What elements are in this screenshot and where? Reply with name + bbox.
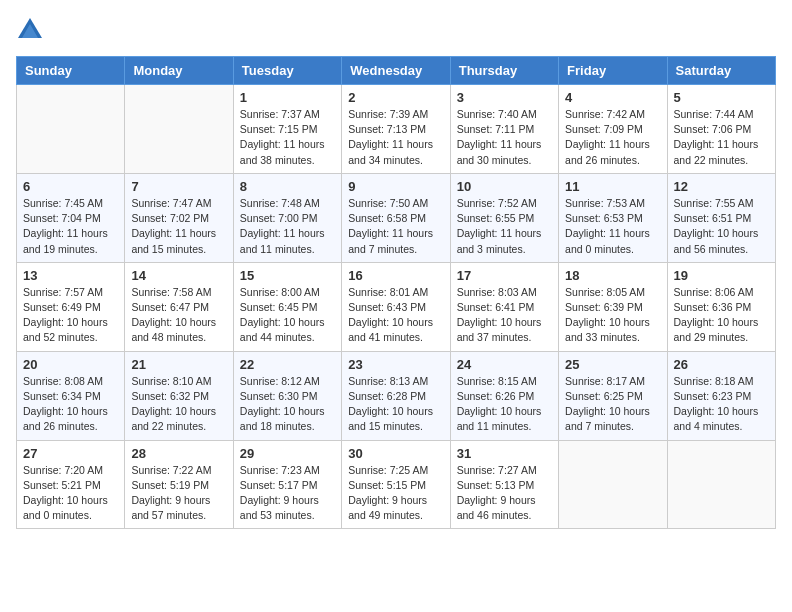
day-number: 18 xyxy=(565,268,660,283)
day-info: Sunrise: 7:42 AM Sunset: 7:09 PM Dayligh… xyxy=(565,107,660,168)
day-info: Sunrise: 7:50 AM Sunset: 6:58 PM Dayligh… xyxy=(348,196,443,257)
day-number: 19 xyxy=(674,268,769,283)
calendar-cell: 16Sunrise: 8:01 AM Sunset: 6:43 PM Dayli… xyxy=(342,262,450,351)
day-info: Sunrise: 8:10 AM Sunset: 6:32 PM Dayligh… xyxy=(131,374,226,435)
day-info: Sunrise: 8:12 AM Sunset: 6:30 PM Dayligh… xyxy=(240,374,335,435)
day-number: 7 xyxy=(131,179,226,194)
calendar-cell xyxy=(559,440,667,529)
day-number: 13 xyxy=(23,268,118,283)
col-header-tuesday: Tuesday xyxy=(233,57,341,85)
calendar-table: SundayMondayTuesdayWednesdayThursdayFrid… xyxy=(16,56,776,529)
calendar-week-row: 6Sunrise: 7:45 AM Sunset: 7:04 PM Daylig… xyxy=(17,173,776,262)
day-number: 11 xyxy=(565,179,660,194)
day-info: Sunrise: 7:44 AM Sunset: 7:06 PM Dayligh… xyxy=(674,107,769,168)
calendar-cell: 27Sunrise: 7:20 AM Sunset: 5:21 PM Dayli… xyxy=(17,440,125,529)
calendar-cell: 5Sunrise: 7:44 AM Sunset: 7:06 PM Daylig… xyxy=(667,85,775,174)
calendar-cell: 8Sunrise: 7:48 AM Sunset: 7:00 PM Daylig… xyxy=(233,173,341,262)
col-header-wednesday: Wednesday xyxy=(342,57,450,85)
calendar-cell: 29Sunrise: 7:23 AM Sunset: 5:17 PM Dayli… xyxy=(233,440,341,529)
day-info: Sunrise: 8:03 AM Sunset: 6:41 PM Dayligh… xyxy=(457,285,552,346)
day-number: 28 xyxy=(131,446,226,461)
day-info: Sunrise: 8:15 AM Sunset: 6:26 PM Dayligh… xyxy=(457,374,552,435)
day-number: 3 xyxy=(457,90,552,105)
day-number: 10 xyxy=(457,179,552,194)
calendar-cell: 19Sunrise: 8:06 AM Sunset: 6:36 PM Dayli… xyxy=(667,262,775,351)
day-info: Sunrise: 7:52 AM Sunset: 6:55 PM Dayligh… xyxy=(457,196,552,257)
day-number: 20 xyxy=(23,357,118,372)
day-info: Sunrise: 7:48 AM Sunset: 7:00 PM Dayligh… xyxy=(240,196,335,257)
day-info: Sunrise: 8:06 AM Sunset: 6:36 PM Dayligh… xyxy=(674,285,769,346)
day-info: Sunrise: 7:37 AM Sunset: 7:15 PM Dayligh… xyxy=(240,107,335,168)
day-number: 30 xyxy=(348,446,443,461)
day-number: 17 xyxy=(457,268,552,283)
day-info: Sunrise: 8:00 AM Sunset: 6:45 PM Dayligh… xyxy=(240,285,335,346)
day-number: 25 xyxy=(565,357,660,372)
calendar-cell: 3Sunrise: 7:40 AM Sunset: 7:11 PM Daylig… xyxy=(450,85,558,174)
day-info: Sunrise: 7:20 AM Sunset: 5:21 PM Dayligh… xyxy=(23,463,118,524)
day-number: 23 xyxy=(348,357,443,372)
calendar-cell: 25Sunrise: 8:17 AM Sunset: 6:25 PM Dayli… xyxy=(559,351,667,440)
logo xyxy=(16,16,48,44)
day-info: Sunrise: 8:08 AM Sunset: 6:34 PM Dayligh… xyxy=(23,374,118,435)
calendar-cell: 20Sunrise: 8:08 AM Sunset: 6:34 PM Dayli… xyxy=(17,351,125,440)
calendar-cell: 11Sunrise: 7:53 AM Sunset: 6:53 PM Dayli… xyxy=(559,173,667,262)
calendar-cell: 22Sunrise: 8:12 AM Sunset: 6:30 PM Dayli… xyxy=(233,351,341,440)
calendar-cell: 21Sunrise: 8:10 AM Sunset: 6:32 PM Dayli… xyxy=(125,351,233,440)
day-info: Sunrise: 7:47 AM Sunset: 7:02 PM Dayligh… xyxy=(131,196,226,257)
col-header-friday: Friday xyxy=(559,57,667,85)
day-number: 12 xyxy=(674,179,769,194)
day-number: 6 xyxy=(23,179,118,194)
day-number: 22 xyxy=(240,357,335,372)
day-info: Sunrise: 8:01 AM Sunset: 6:43 PM Dayligh… xyxy=(348,285,443,346)
day-info: Sunrise: 7:40 AM Sunset: 7:11 PM Dayligh… xyxy=(457,107,552,168)
day-info: Sunrise: 7:22 AM Sunset: 5:19 PM Dayligh… xyxy=(131,463,226,524)
calendar-week-row: 13Sunrise: 7:57 AM Sunset: 6:49 PM Dayli… xyxy=(17,262,776,351)
col-header-saturday: Saturday xyxy=(667,57,775,85)
day-info: Sunrise: 7:25 AM Sunset: 5:15 PM Dayligh… xyxy=(348,463,443,524)
day-number: 16 xyxy=(348,268,443,283)
day-info: Sunrise: 7:55 AM Sunset: 6:51 PM Dayligh… xyxy=(674,196,769,257)
calendar-cell: 9Sunrise: 7:50 AM Sunset: 6:58 PM Daylig… xyxy=(342,173,450,262)
calendar-cell: 10Sunrise: 7:52 AM Sunset: 6:55 PM Dayli… xyxy=(450,173,558,262)
logo-icon xyxy=(16,16,44,44)
calendar-cell: 28Sunrise: 7:22 AM Sunset: 5:19 PM Dayli… xyxy=(125,440,233,529)
calendar-cell: 17Sunrise: 8:03 AM Sunset: 6:41 PM Dayli… xyxy=(450,262,558,351)
day-info: Sunrise: 7:45 AM Sunset: 7:04 PM Dayligh… xyxy=(23,196,118,257)
day-number: 27 xyxy=(23,446,118,461)
day-number: 14 xyxy=(131,268,226,283)
calendar-cell: 26Sunrise: 8:18 AM Sunset: 6:23 PM Dayli… xyxy=(667,351,775,440)
day-number: 26 xyxy=(674,357,769,372)
calendar-cell: 13Sunrise: 7:57 AM Sunset: 6:49 PM Dayli… xyxy=(17,262,125,351)
calendar-cell: 1Sunrise: 7:37 AM Sunset: 7:15 PM Daylig… xyxy=(233,85,341,174)
day-number: 31 xyxy=(457,446,552,461)
calendar-cell: 15Sunrise: 8:00 AM Sunset: 6:45 PM Dayli… xyxy=(233,262,341,351)
calendar-cell: 12Sunrise: 7:55 AM Sunset: 6:51 PM Dayli… xyxy=(667,173,775,262)
day-info: Sunrise: 8:05 AM Sunset: 6:39 PM Dayligh… xyxy=(565,285,660,346)
day-info: Sunrise: 7:57 AM Sunset: 6:49 PM Dayligh… xyxy=(23,285,118,346)
calendar-cell: 30Sunrise: 7:25 AM Sunset: 5:15 PM Dayli… xyxy=(342,440,450,529)
calendar-cell: 7Sunrise: 7:47 AM Sunset: 7:02 PM Daylig… xyxy=(125,173,233,262)
day-number: 9 xyxy=(348,179,443,194)
col-header-sunday: Sunday xyxy=(17,57,125,85)
calendar-cell: 2Sunrise: 7:39 AM Sunset: 7:13 PM Daylig… xyxy=(342,85,450,174)
calendar-cell xyxy=(17,85,125,174)
day-info: Sunrise: 7:27 AM Sunset: 5:13 PM Dayligh… xyxy=(457,463,552,524)
calendar-cell: 23Sunrise: 8:13 AM Sunset: 6:28 PM Dayli… xyxy=(342,351,450,440)
calendar-cell: 18Sunrise: 8:05 AM Sunset: 6:39 PM Dayli… xyxy=(559,262,667,351)
day-info: Sunrise: 8:13 AM Sunset: 6:28 PM Dayligh… xyxy=(348,374,443,435)
day-info: Sunrise: 7:58 AM Sunset: 6:47 PM Dayligh… xyxy=(131,285,226,346)
day-number: 15 xyxy=(240,268,335,283)
day-number: 2 xyxy=(348,90,443,105)
day-number: 4 xyxy=(565,90,660,105)
calendar-cell: 6Sunrise: 7:45 AM Sunset: 7:04 PM Daylig… xyxy=(17,173,125,262)
col-header-monday: Monday xyxy=(125,57,233,85)
calendar-week-row: 27Sunrise: 7:20 AM Sunset: 5:21 PM Dayli… xyxy=(17,440,776,529)
calendar-cell: 14Sunrise: 7:58 AM Sunset: 6:47 PM Dayli… xyxy=(125,262,233,351)
calendar-header-row: SundayMondayTuesdayWednesdayThursdayFrid… xyxy=(17,57,776,85)
calendar-cell: 24Sunrise: 8:15 AM Sunset: 6:26 PM Dayli… xyxy=(450,351,558,440)
calendar-cell: 31Sunrise: 7:27 AM Sunset: 5:13 PM Dayli… xyxy=(450,440,558,529)
day-number: 1 xyxy=(240,90,335,105)
day-info: Sunrise: 8:18 AM Sunset: 6:23 PM Dayligh… xyxy=(674,374,769,435)
day-number: 8 xyxy=(240,179,335,194)
calendar-week-row: 1Sunrise: 7:37 AM Sunset: 7:15 PM Daylig… xyxy=(17,85,776,174)
